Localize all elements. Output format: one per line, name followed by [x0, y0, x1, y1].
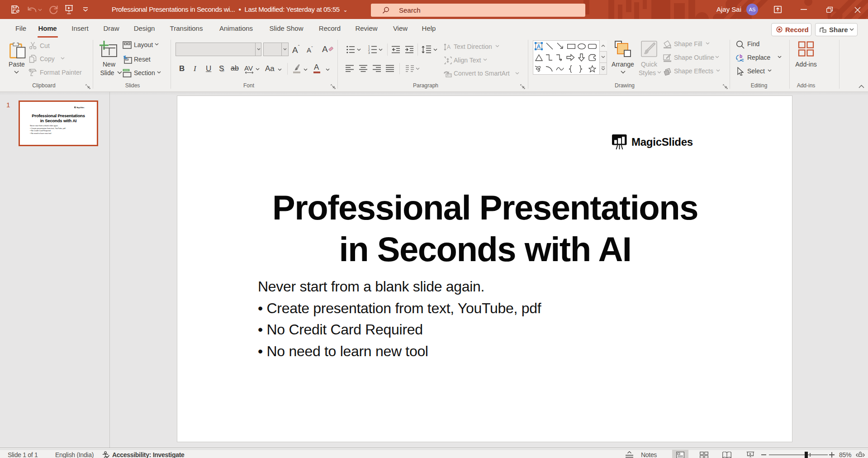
svg-text:2: 2	[368, 48, 370, 51]
svg-text:c: c	[741, 57, 744, 62]
svg-text:1: 1	[368, 45, 370, 48]
svg-text:3: 3	[368, 51, 370, 54]
svg-text:AV: AV	[244, 65, 253, 72]
svg-text:A: A	[447, 44, 451, 50]
svg-text:A: A	[537, 43, 541, 50]
